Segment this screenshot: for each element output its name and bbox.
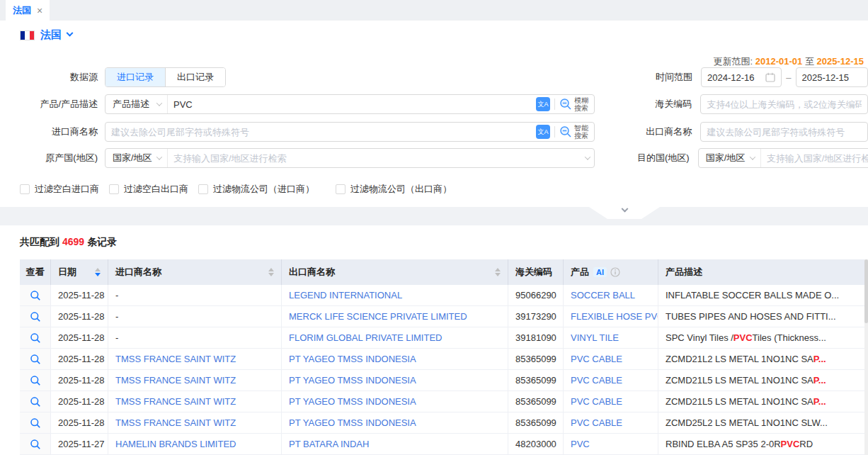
sort-desc-icon[interactable] — [268, 273, 274, 276]
product-cell[interactable]: FLEXIBLE HOSE PVC — [564, 306, 658, 327]
product-search-input[interactable] — [168, 95, 536, 113]
close-tab-icon[interactable]: × — [37, 5, 42, 16]
search-minus-icon — [559, 125, 572, 138]
importer-cell[interactable]: TMSS FRANCE SAINT WITZ — [108, 370, 282, 391]
translate-icon[interactable]: 文A — [536, 125, 550, 139]
sort-asc-icon[interactable] — [95, 268, 101, 271]
exporter-name-link[interactable]: PT YAGEO TMSS INDONESIA — [289, 417, 416, 428]
product-cell[interactable]: SOCCER BALL — [564, 285, 658, 306]
exporter-name-link[interactable]: FLORIM GLOBAL PRIVATE LIMITED — [289, 332, 442, 343]
exporter-name-link[interactable]: MERCK LIFE SCIENCE PRIVATE LIMITED — [289, 311, 467, 322]
exporter-cell[interactable]: MERCK LIFE SCIENCE PRIVATE LIMITED — [282, 306, 508, 327]
export-records-tab[interactable]: 出口记录 — [165, 68, 225, 86]
sort-control[interactable] — [489, 268, 501, 276]
product-link[interactable]: SOCCER BALL — [571, 290, 635, 300]
view-cell[interactable] — [20, 370, 51, 391]
product-field-select[interactable]: 产品描述 — [105, 95, 168, 113]
product-cell[interactable]: PVC — [564, 434, 658, 455]
product-link[interactable]: FLEXIBLE HOSE PVC — [571, 311, 658, 322]
product-link[interactable]: PVC CABLE — [571, 396, 622, 407]
importer-name[interactable]: TMSS FRANCE SAINT WITZ — [115, 417, 236, 428]
importer-name-input[interactable] — [105, 123, 536, 141]
exporter-name-link[interactable]: PT BATARA INDAH — [289, 439, 369, 449]
column-header[interactable]: 日期 — [51, 259, 108, 285]
exporter-name-link[interactable]: PT YAGEO TMSS INDONESIA — [289, 354, 416, 364]
view-cell[interactable] — [20, 306, 51, 327]
product-link[interactable]: PVC CABLE — [571, 375, 622, 386]
origin-country-select[interactable]: 国家/地区 — [105, 149, 168, 167]
destination-country-input[interactable] — [761, 149, 868, 167]
column-header[interactable]: 进口商名称 — [108, 259, 282, 285]
checkbox[interactable] — [109, 184, 119, 194]
exporter-cell[interactable]: PT YAGEO TMSS INDONESIA — [282, 349, 508, 370]
country-header[interactable]: 法国 — [20, 28, 72, 42]
start-date-input[interactable]: 2024-12-16 — [701, 67, 782, 87]
translate-icon[interactable]: 文A — [536, 97, 550, 111]
product-link[interactable]: PVC CABLE — [571, 417, 622, 428]
product-cell[interactable]: PVC CABLE — [564, 391, 658, 412]
exporter-cell[interactable]: PT YAGEO TMSS INDONESIA — [282, 412, 508, 434]
view-cell[interactable] — [20, 349, 51, 370]
product-link[interactable]: PVC — [571, 439, 590, 449]
exporter-cell[interactable]: PT BATARA INDAH — [282, 434, 508, 455]
checkbox[interactable] — [20, 184, 30, 194]
vertical-scrollbar[interactable] — [864, 259, 868, 455]
importer-name[interactable]: TMSS FRANCE SAINT WITZ — [115, 375, 236, 386]
info-icon[interactable] — [610, 267, 620, 277]
exporter-cell[interactable]: PT YAGEO TMSS INDONESIA — [282, 391, 508, 412]
origin-country-input[interactable] — [168, 149, 586, 167]
destination-country-select[interactable]: 国家/地区 — [699, 149, 761, 167]
exporter-name-input[interactable] — [701, 123, 867, 141]
product-link[interactable]: VINYL TILE — [571, 332, 619, 343]
exporter-name-link[interactable]: LEGEND INTERNATIONAL — [289, 290, 402, 300]
product-link[interactable]: PVC CABLE — [571, 354, 622, 364]
view-cell[interactable] — [20, 327, 51, 349]
hs-code-input[interactable] — [701, 95, 867, 113]
view-cell[interactable] — [20, 434, 51, 455]
importer-cell[interactable]: HAMELIN BRANDS LIMITED — [108, 434, 282, 455]
fuzzy-search-button[interactable]: 模糊搜索 — [559, 96, 590, 112]
data-source-toggle: 进口记录 出口记录 — [105, 67, 226, 87]
sort-asc-icon[interactable] — [268, 268, 274, 271]
chevron-down-icon[interactable] — [585, 154, 590, 159]
importer-name-label: 进口商名称 — [20, 125, 105, 138]
chevron-down-icon[interactable] — [67, 30, 74, 37]
hs-code-cell: 85365099 — [508, 370, 564, 391]
exporter-cell[interactable]: FLORIM GLOBAL PRIVATE LIMITED — [282, 327, 508, 349]
view-cell[interactable] — [20, 391, 51, 412]
view-cell[interactable] — [20, 412, 51, 434]
checkbox-label: 过滤空白进口商 — [35, 183, 99, 196]
importer-cell[interactable]: TMSS FRANCE SAINT WITZ — [108, 412, 282, 434]
importer-name[interactable]: TMSS FRANCE SAINT WITZ — [115, 396, 236, 407]
smart-search-button[interactable]: 智能搜索 — [559, 124, 590, 140]
sort-control[interactable] — [263, 268, 274, 276]
product-cell[interactable]: VINYL TILE — [564, 327, 658, 349]
importer-cell[interactable]: TMSS FRANCE SAINT WITZ — [108, 349, 282, 370]
checkbox-label: 过滤物流公司（进口商） — [213, 183, 314, 196]
checkbox[interactable] — [198, 184, 208, 194]
sort-control[interactable] — [89, 268, 101, 276]
importer-cell: - — [108, 285, 282, 306]
description-text: SPC Vinyl Tiles / — [666, 332, 733, 343]
exporter-name-link[interactable]: PT YAGEO TMSS INDONESIA — [289, 375, 416, 386]
importer-cell[interactable]: TMSS FRANCE SAINT WITZ — [108, 391, 282, 412]
sort-desc-icon[interactable] — [95, 273, 101, 276]
checkbox[interactable] — [336, 184, 346, 194]
import-records-tab[interactable]: 进口记录 — [105, 68, 165, 86]
exporter-cell[interactable]: LEGEND INTERNATIONAL — [282, 285, 508, 306]
exporter-cell[interactable]: PT YAGEO TMSS INDONESIA — [282, 370, 508, 391]
scrollbar-thumb[interactable] — [864, 259, 868, 323]
column-header[interactable]: 出口商名称 — [282, 259, 508, 285]
importer-name[interactable]: HAMELIN BRANDS LIMITED — [115, 439, 236, 449]
tab-france[interactable]: 法国 × — [6, 0, 50, 21]
column-header-label: 产品描述 — [666, 266, 702, 279]
sort-desc-icon[interactable] — [495, 273, 501, 276]
end-date-input[interactable]: 2025-12-15 — [796, 67, 868, 87]
sort-asc-icon[interactable] — [495, 268, 501, 271]
product-cell[interactable]: PVC CABLE — [564, 349, 658, 370]
product-cell[interactable]: PVC CABLE — [564, 370, 658, 391]
product-cell[interactable]: PVC CABLE — [564, 412, 658, 434]
exporter-name-link[interactable]: PT YAGEO TMSS INDONESIA — [289, 396, 416, 407]
importer-name[interactable]: TMSS FRANCE SAINT WITZ — [115, 354, 236, 364]
view-cell[interactable] — [20, 285, 51, 306]
